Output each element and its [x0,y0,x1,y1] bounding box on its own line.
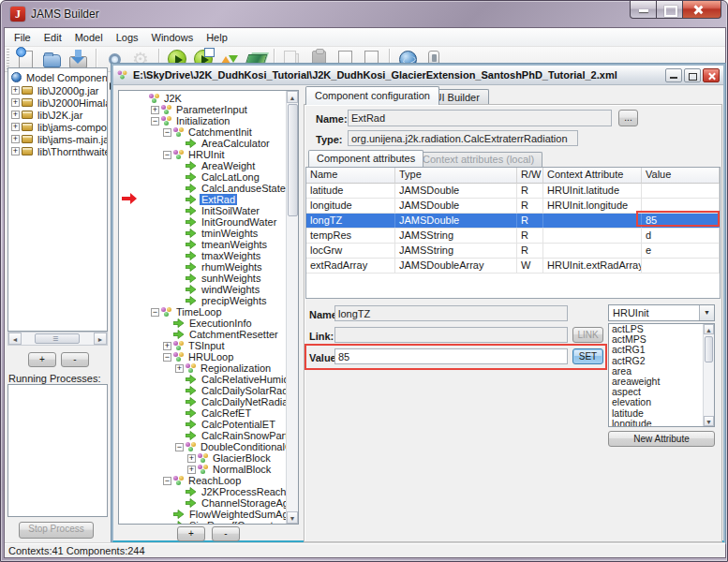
tree-item-hruinit[interactable]: −HRUInit [163,149,227,160]
model-window-titlebar[interactable]: E:\SkyDrive\J2K_DudhKosi_Tutorial\J2K_Du… [113,66,723,85]
menu-windows[interactable]: Windows [145,29,201,46]
running-processes-list[interactable] [7,384,108,517]
internal-restore-icon[interactable] [684,68,701,82]
model-tree-vscrollbar[interactable]: ▲ ▼ [286,91,298,524]
new-attribute-button[interactable]: New Attribute [608,431,715,447]
model-add-button[interactable]: + [177,526,205,541]
expander-icon[interactable]: + [187,466,196,474]
tree-item-calcrainsnowparts[interactable]: CalcRainSnowParts [175,430,287,441]
hscroll-thumb[interactable] [35,333,80,344]
tree-item-areaweight[interactable]: AreaWeight [175,160,257,171]
library-item[interactable]: +lib\jams-main.jar [11,133,108,145]
tree-item-rhumweights[interactable]: rhumWeights [175,261,264,273]
library-item[interactable]: +lib\J2K.jar [11,109,84,121]
tree-item-sunhweights[interactable]: sunhWeights [175,273,262,284]
tree-item-channelstorageaggregator[interactable]: ChannelStorageAggregator [175,497,287,509]
tree-item-windweights[interactable]: windWeights [175,284,261,295]
expander-icon[interactable]: + [11,111,20,119]
stop-process-button[interactable]: Stop Process [19,522,94,539]
tab-component-configuration[interactable]: Component configuration [305,86,439,105]
editor-link-field[interactable] [334,327,568,343]
tree-item-areacalculator[interactable]: AreaCalculator [175,138,272,149]
table-row[interactable]: longTZJAMSDoubleR85 [306,214,720,229]
expander-icon[interactable]: + [151,106,159,114]
library-item[interactable]: +lib\Thornthwaite.jar [11,145,108,157]
tree-item-calcrelativehumidity[interactable]: CalcRelativeHumidity [175,374,287,385]
tree-item-normalblock[interactable]: +NormalBlock [187,464,273,475]
browse-button[interactable]: ... [618,110,638,126]
attribute-item-latitude[interactable]: latitude [609,408,714,419]
tree-item-timeloop[interactable]: −TimeLoop [151,306,224,318]
editor-name-field[interactable]: longTZ [334,305,568,321]
maximize-icon[interactable] [657,1,682,19]
tree-item-catchmentinit[interactable]: −CatchmentInit [163,126,254,138]
attribute-list-vscrollbar[interactable]: ▲ ▼ [703,324,714,426]
menu-logs[interactable]: Logs [110,29,145,46]
tab-component-attributes[interactable]: Component attributes [308,150,423,167]
tree-item-parameterinput[interactable]: +ParameterInput [151,104,249,115]
tree-item-initialization[interactable]: −Initialization [151,115,231,126]
attribute-item-elevation[interactable]: elevation [609,397,714,407]
tree-item-extrad[interactable]: ExtRad [175,194,237,205]
tree-item-tmaxweights[interactable]: tmaxWeights [175,250,262,261]
expander-icon[interactable]: − [151,117,159,126]
expander-icon[interactable]: + [11,98,20,107]
expander-icon[interactable]: + [163,342,171,350]
link-button[interactable]: LINK [572,327,603,343]
column-header-type[interactable]: Type [395,168,517,184]
tab-context-attributes[interactable]: Context attributes (local) [414,152,542,167]
model-components-hscrollbar[interactable]: ◄ ► [7,332,108,346]
column-header-contextattribute[interactable]: Context Attribute [543,168,642,184]
library-item[interactable]: +lib\J2000g.jar [11,84,100,96]
tree-item-calcpotentialet[interactable]: CalcPotentialET [175,419,277,430]
tree-item-reachloop[interactable]: −ReachLoop [163,475,243,486]
library-item[interactable]: +lib\jams-components.jar [11,121,108,133]
tree-item-hruloop[interactable]: −HRULoop [163,351,235,362]
tree-item-glacierblock[interactable]: +GlacierBlock [187,452,273,464]
tree-item-flowweightedsumaggregator[interactable]: FlowWeightedSumAggregator [163,509,287,520]
expander-icon[interactable]: + [11,86,20,95]
chevron-down-icon[interactable]: ▼ [699,305,714,320]
expander-icon[interactable]: − [151,308,159,317]
menu-file[interactable]: File [7,29,37,46]
tree-item-calcdailysolarradiation[interactable]: CalcDailySolarRadiation [175,385,287,396]
scroll-up-icon[interactable]: ▲ [704,324,714,334]
tree-item-doubleconditionalcontext1[interactable]: −DoubleConditionalContext1 [175,441,287,452]
scroll-down-icon[interactable]: ▼ [704,416,714,426]
expander-icon[interactable]: + [11,123,20,131]
menu-model[interactable]: Model [68,29,110,46]
tree-item-calclatlong[interactable]: CalcLatLong [175,171,261,183]
editor-value-field[interactable]: 85 [334,348,568,364]
tree-item-calcdailynetradiation[interactable]: CalcDailyNetRadiation [175,396,287,407]
components-add-button[interactable]: + [28,352,56,367]
minimize-icon[interactable] [630,1,657,19]
tree-item-tminweights[interactable]: tminWeights [175,228,260,239]
tree-item-initsoilwater[interactable]: InitSoilWater [175,205,261,216]
attr-scroll-thumb[interactable] [705,336,713,362]
tree-item-tmeanweights[interactable]: tmeanWeights [175,239,269,250]
internal-minimize-icon[interactable] [665,68,682,82]
scroll-down-icon[interactable]: ▼ [287,511,298,524]
tree-item-j2k[interactable]: J2K [139,93,184,104]
expander-icon[interactable]: − [163,353,171,362]
tree-item-executioninfo[interactable]: ExecutionInfo [163,318,254,329]
expander-icon[interactable]: + [11,147,20,155]
vscroll-thumb[interactable] [288,104,298,216]
scroll-left-icon[interactable]: ◄ [8,333,22,345]
tree-item-j2kprocessreachrouting[interactable]: J2KProcessReachRouting [175,486,287,497]
set-button[interactable]: SET [572,348,603,364]
table-row[interactable]: locGrwJAMSStringRe [306,244,720,259]
context-selector-combo[interactable]: HRUInit ▼ [608,304,715,321]
library-item[interactable]: +lib\J2000Himalaya.jar [11,96,108,109]
attribute-item-actRG1[interactable]: actRG1 [609,345,714,355]
component-name-field[interactable]: ExtRad [348,110,612,126]
tree-item-tsinput[interactable]: +TSInput [163,340,227,351]
column-header-rw[interactable]: R/W [517,168,543,184]
expander-icon[interactable]: − [163,128,171,137]
menu-edit[interactable]: Edit [37,29,68,46]
expander-icon[interactable]: + [11,135,20,143]
tree-item-calcrefet[interactable]: CalcRefET [175,407,253,419]
tree-item-calclandusestatevars[interactable]: CalcLanduseStateVars [175,183,287,194]
expander-icon[interactable]: + [175,364,184,373]
components-remove-button[interactable]: - [61,352,89,367]
